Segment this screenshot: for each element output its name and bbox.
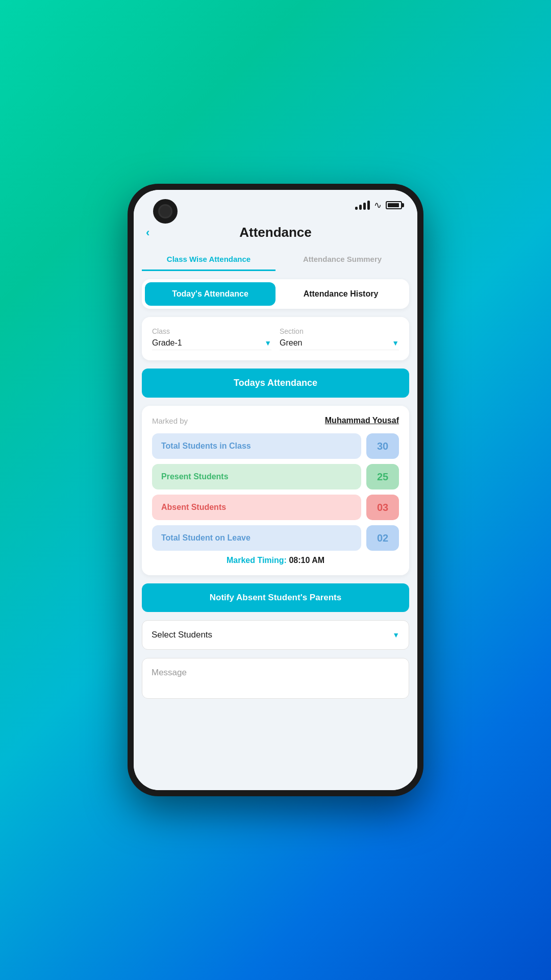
present-students-value: 25 <box>366 464 399 489</box>
page-title: Attendance <box>239 225 312 240</box>
class-chevron-icon: ▼ <box>264 339 271 347</box>
marked-timing: Marked Timing: 08:10 AM <box>152 556 399 565</box>
section-chevron-icon: ▼ <box>392 339 399 347</box>
header: ‹ Attendance <box>134 220 417 249</box>
marked-by-value: Muhammad Yousaf <box>325 416 399 425</box>
notify-button[interactable]: Notify Absent Student's Parents <box>142 583 409 612</box>
toggle-row: Today's Attendance Attendance History <box>142 279 409 309</box>
leave-students-value: 02 <box>366 525 399 551</box>
camera-notch <box>153 199 178 224</box>
select-students-label: Select Students <box>152 630 212 640</box>
total-students-label: Total Students in Class <box>152 433 361 459</box>
class-section-card: Class Grade-1 ▼ Section Green ▼ <box>142 317 409 360</box>
section-value: Green <box>280 338 302 348</box>
section-label: Section <box>280 327 399 335</box>
select-students-dropdown[interactable]: Select Students ▼ <box>142 620 409 650</box>
main-content: Today's Attendance Attendance History Cl… <box>134 271 417 790</box>
total-students-value: 30 <box>366 433 399 459</box>
marked-by-label: Marked by <box>152 416 188 425</box>
class-dropdown-group: Class Grade-1 ▼ <box>152 327 271 350</box>
stat-row-present: Present Students 25 <box>152 464 399 489</box>
marked-timing-label: Marked Timing: <box>227 556 287 565</box>
class-label: Class <box>152 327 271 335</box>
absent-students-value: 03 <box>366 495 399 520</box>
present-students-label: Present Students <box>152 464 361 489</box>
toggle-history[interactable]: Attendance History <box>276 282 406 306</box>
absent-students-label: Absent Students <box>152 495 361 520</box>
back-button[interactable]: ‹ <box>146 226 149 239</box>
select-students-chevron-icon: ▼ <box>392 631 399 639</box>
toggle-todays[interactable]: Today's Attendance <box>145 282 276 306</box>
marked-timing-value: 08:10 AM <box>289 556 324 565</box>
message-input[interactable]: Message <box>142 658 409 699</box>
marked-by-row: Marked by Muhammad Yousaf <box>152 416 399 425</box>
wifi-icon: ∿ <box>374 200 382 211</box>
tab-class-wise[interactable]: Class Wise Attendance <box>142 249 276 271</box>
class-value: Grade-1 <box>152 338 182 348</box>
top-tabs: Class Wise Attendance Attendance Summery <box>134 249 417 271</box>
leave-students-label: Total Student on Leave <box>152 525 361 551</box>
tab-summary[interactable]: Attendance Summery <box>276 249 409 271</box>
stat-row-leave: Total Student on Leave 02 <box>152 525 399 551</box>
class-dropdown[interactable]: Grade-1 ▼ <box>152 338 271 350</box>
stat-row-absent: Absent Students 03 <box>152 495 399 520</box>
section-dropdown[interactable]: Green ▼ <box>280 338 399 350</box>
signal-icon <box>355 201 370 210</box>
stats-card: Marked by Muhammad Yousaf Total Students… <box>142 406 409 575</box>
section-dropdown-group: Section Green ▼ <box>280 327 399 350</box>
battery-icon <box>386 201 402 209</box>
stat-row-total: Total Students in Class 30 <box>152 433 399 459</box>
todays-attendance-button[interactable]: Todays Attendance <box>142 369 409 398</box>
message-placeholder: Message <box>152 668 187 677</box>
